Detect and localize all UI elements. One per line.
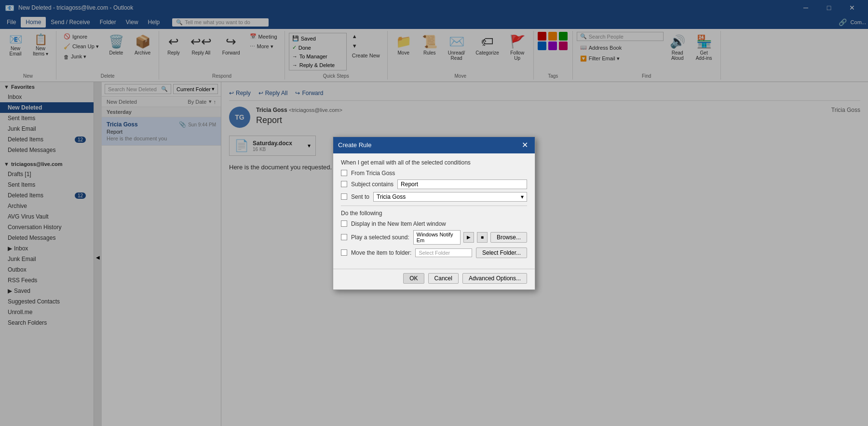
subject-checkbox[interactable]	[341, 181, 347, 187]
sent-to-checkbox[interactable]	[341, 193, 347, 200]
sent-to-condition-row: Sent to Tricia Goss ▾	[341, 192, 527, 202]
move-folder-checkbox[interactable]	[341, 249, 347, 256]
create-rule-dialog: Create Rule ✕ When I get email with all …	[333, 137, 535, 290]
stop-button[interactable]: ■	[477, 232, 488, 243]
sound-field: Windows Notify Em	[413, 230, 461, 245]
dialog-title: Create Rule	[338, 141, 371, 149]
condition-label: When I get email with all of the selecte…	[341, 159, 527, 166]
do-following-label: Do the following	[341, 210, 527, 217]
play-button[interactable]: ▶	[463, 232, 474, 243]
dialog-divider	[341, 206, 527, 206]
browse-button[interactable]: Browse...	[490, 232, 527, 243]
sent-to-select[interactable]: Tricia Goss ▾	[373, 192, 527, 202]
dialog-close-button[interactable]: ✕	[519, 140, 530, 151]
display-alert-checkbox[interactable]	[341, 220, 347, 227]
sent-to-chevron: ▾	[521, 193, 524, 200]
dialog-footer: OK Cancel Advanced Options...	[333, 269, 535, 289]
select-folder-button[interactable]: Select Folder...	[476, 247, 527, 258]
cancel-button[interactable]: Cancel	[428, 273, 459, 284]
subject-input[interactable]	[397, 179, 527, 189]
play-sound-row: Play a selected sound: Windows Notify Em…	[341, 230, 527, 245]
from-checkbox[interactable]	[341, 170, 347, 176]
advanced-options-button[interactable]: Advanced Options...	[462, 273, 527, 284]
move-folder-row: Move the item to folder: Select Folder S…	[341, 247, 527, 258]
dialog-title-bar: Create Rule ✕	[333, 137, 535, 153]
display-alert-row: Display in the New Item Alert window	[341, 220, 527, 227]
folder-input[interactable]: Select Folder	[415, 248, 472, 257]
dialog-overlay: Create Rule ✕ When I get email with all …	[0, 0, 868, 426]
ok-button[interactable]: OK	[403, 273, 424, 284]
dialog-content: When I get email with all of the selecte…	[333, 153, 535, 267]
from-condition-row: From Tricia Goss	[341, 170, 527, 177]
subject-condition-row: Subject contains	[341, 179, 527, 189]
play-sound-checkbox[interactable]	[341, 234, 347, 240]
